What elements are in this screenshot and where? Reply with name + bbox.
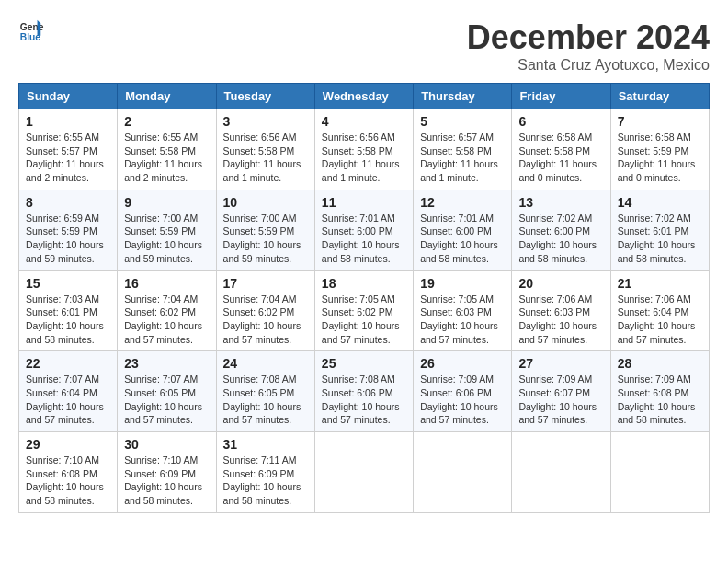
cell-content: Sunrise: 6:59 AMSunset: 5:59 PMDaylight:… — [26, 212, 110, 266]
day-number: 1 — [26, 114, 110, 129]
calendar-cell — [314, 432, 413, 513]
cell-content: Sunrise: 7:02 AMSunset: 6:00 PMDaylight:… — [518, 212, 603, 266]
calendar-week-row: 8Sunrise: 6:59 AMSunset: 5:59 PMDaylight… — [19, 190, 710, 270]
calendar-cell: 13Sunrise: 7:02 AMSunset: 6:00 PMDayligh… — [512, 190, 610, 270]
calendar-cell: 2Sunrise: 6:55 AMSunset: 5:58 PMDaylight… — [118, 109, 216, 190]
sunrise-text: Sunrise: 6:56 AM — [223, 131, 308, 144]
sunset-text: Sunset: 5:58 PM — [124, 144, 209, 158]
calendar-body: 1Sunrise: 6:55 AMSunset: 5:57 PMDaylight… — [19, 109, 710, 513]
sunset-text: Sunset: 6:04 PM — [26, 386, 110, 400]
day-number: 27 — [518, 356, 603, 371]
cell-content: Sunrise: 7:08 AMSunset: 6:05 PMDaylight:… — [223, 373, 308, 427]
cell-content: Sunrise: 6:58 AMSunset: 5:59 PMDaylight:… — [618, 131, 702, 185]
day-number: 13 — [518, 195, 603, 210]
col-friday: Friday — [512, 84, 610, 109]
day-number: 5 — [420, 114, 505, 129]
sunset-text: Sunset: 6:04 PM — [618, 305, 702, 319]
daylight-text: Daylight: 10 hours and 57 minutes. — [518, 400, 603, 427]
daylight-text: Daylight: 10 hours and 58 minutes. — [518, 238, 603, 265]
daylight-text: Daylight: 10 hours and 58 minutes. — [420, 238, 505, 265]
sunrise-text: Sunrise: 6:55 AM — [124, 131, 209, 144]
cell-content: Sunrise: 7:04 AMSunset: 6:02 PMDaylight:… — [124, 293, 209, 347]
calendar-cell: 10Sunrise: 7:00 AMSunset: 5:59 PMDayligh… — [216, 190, 314, 270]
daylight-text: Daylight: 10 hours and 57 minutes. — [420, 400, 505, 427]
sunset-text: Sunset: 6:08 PM — [618, 386, 702, 400]
day-number: 30 — [124, 437, 209, 452]
sunrise-text: Sunrise: 7:09 AM — [618, 373, 702, 386]
month-title: December 2024 — [467, 18, 710, 57]
sunset-text: Sunset: 5:58 PM — [322, 144, 406, 158]
cell-content: Sunrise: 6:56 AMSunset: 5:58 PMDaylight:… — [223, 131, 308, 185]
sunrise-text: Sunrise: 7:08 AM — [322, 373, 406, 386]
cell-content: Sunrise: 7:11 AMSunset: 6:09 PMDaylight:… — [223, 454, 308, 508]
cell-content: Sunrise: 6:55 AMSunset: 5:58 PMDaylight:… — [124, 131, 209, 185]
calendar-cell: 23Sunrise: 7:07 AMSunset: 6:05 PMDayligh… — [118, 351, 216, 432]
cell-content: Sunrise: 7:07 AMSunset: 6:04 PMDaylight:… — [26, 373, 110, 427]
col-sunday: Sunday — [19, 84, 118, 109]
calendar-cell: 5Sunrise: 6:57 AMSunset: 5:58 PMDaylight… — [414, 109, 512, 190]
calendar-week-row: 29Sunrise: 7:10 AMSunset: 6:08 PMDayligh… — [19, 432, 710, 513]
calendar-cell: 6Sunrise: 6:58 AMSunset: 5:58 PMDaylight… — [512, 109, 610, 190]
cell-content: Sunrise: 7:03 AMSunset: 6:01 PMDaylight:… — [26, 293, 110, 347]
cell-content: Sunrise: 7:05 AMSunset: 6:03 PMDaylight:… — [420, 293, 505, 347]
sunset-text: Sunset: 5:59 PM — [26, 224, 110, 238]
sunrise-text: Sunrise: 6:58 AM — [618, 131, 702, 144]
sunrise-text: Sunrise: 7:01 AM — [420, 212, 505, 225]
sunrise-text: Sunrise: 7:10 AM — [26, 454, 110, 467]
calendar-cell: 21Sunrise: 7:06 AMSunset: 6:04 PMDayligh… — [610, 270, 709, 351]
calendar-cell: 9Sunrise: 7:00 AMSunset: 5:59 PMDaylight… — [118, 190, 216, 270]
sunrise-text: Sunrise: 7:02 AM — [618, 212, 702, 225]
calendar-cell: 22Sunrise: 7:07 AMSunset: 6:04 PMDayligh… — [19, 351, 118, 432]
cell-content: Sunrise: 7:09 AMSunset: 6:08 PMDaylight:… — [618, 373, 702, 427]
calendar-cell: 3Sunrise: 6:56 AMSunset: 5:58 PMDaylight… — [216, 109, 314, 190]
sunrise-text: Sunrise: 6:59 AM — [26, 212, 110, 225]
sunrise-text: Sunrise: 7:05 AM — [322, 293, 406, 306]
day-number: 10 — [223, 195, 308, 210]
cell-content: Sunrise: 7:05 AMSunset: 6:02 PMDaylight:… — [322, 293, 406, 347]
col-saturday: Saturday — [610, 84, 709, 109]
sunrise-text: Sunrise: 7:07 AM — [124, 373, 209, 386]
sunset-text: Sunset: 6:07 PM — [518, 386, 603, 400]
daylight-text: Daylight: 10 hours and 57 minutes. — [26, 400, 110, 427]
calendar-cell: 8Sunrise: 6:59 AMSunset: 5:59 PMDaylight… — [19, 190, 118, 270]
daylight-text: Daylight: 10 hours and 58 minutes. — [26, 319, 110, 346]
sunset-text: Sunset: 6:02 PM — [124, 305, 209, 319]
sunrise-text: Sunrise: 7:03 AM — [26, 293, 110, 306]
day-number: 18 — [322, 276, 406, 291]
calendar-cell — [512, 432, 610, 513]
calendar-cell: 27Sunrise: 7:09 AMSunset: 6:07 PMDayligh… — [512, 351, 610, 432]
daylight-text: Daylight: 10 hours and 57 minutes. — [124, 319, 209, 346]
day-number: 15 — [26, 276, 110, 291]
day-number: 9 — [124, 195, 209, 210]
calendar-cell — [610, 432, 709, 513]
day-number: 21 — [618, 276, 702, 291]
sunrise-text: Sunrise: 7:06 AM — [518, 293, 603, 306]
sunset-text: Sunset: 6:06 PM — [420, 386, 505, 400]
daylight-text: Daylight: 11 hours and 0 minutes. — [618, 157, 702, 184]
sunset-text: Sunset: 6:00 PM — [420, 224, 505, 238]
day-number: 20 — [518, 276, 603, 291]
day-number: 24 — [223, 356, 308, 371]
sunset-text: Sunset: 6:03 PM — [518, 305, 603, 319]
sunrise-text: Sunrise: 7:00 AM — [223, 212, 308, 225]
sunrise-text: Sunrise: 7:00 AM — [124, 212, 209, 225]
cell-content: Sunrise: 7:00 AMSunset: 5:59 PMDaylight:… — [223, 212, 308, 266]
calendar-cell: 7Sunrise: 6:58 AMSunset: 5:59 PMDaylight… — [610, 109, 709, 190]
day-number: 3 — [223, 114, 308, 129]
cell-content: Sunrise: 7:01 AMSunset: 6:00 PMDaylight:… — [420, 212, 505, 266]
calendar-cell: 24Sunrise: 7:08 AMSunset: 6:05 PMDayligh… — [216, 351, 314, 432]
day-number: 16 — [124, 276, 209, 291]
day-number: 17 — [223, 276, 308, 291]
sunset-text: Sunset: 6:09 PM — [124, 467, 209, 481]
daylight-text: Daylight: 11 hours and 1 minute. — [223, 157, 308, 184]
sunset-text: Sunset: 6:09 PM — [223, 467, 308, 481]
logo-icon: General Blue — [18, 18, 44, 44]
cell-content: Sunrise: 7:01 AMSunset: 6:00 PMDaylight:… — [322, 212, 406, 266]
sunrise-text: Sunrise: 7:08 AM — [223, 373, 308, 386]
day-number: 25 — [322, 356, 406, 371]
day-number: 26 — [420, 356, 505, 371]
day-number: 23 — [124, 356, 209, 371]
sunset-text: Sunset: 5:59 PM — [223, 224, 308, 238]
daylight-text: Daylight: 11 hours and 2 minutes. — [124, 157, 209, 184]
cell-content: Sunrise: 6:58 AMSunset: 5:58 PMDaylight:… — [518, 131, 603, 185]
